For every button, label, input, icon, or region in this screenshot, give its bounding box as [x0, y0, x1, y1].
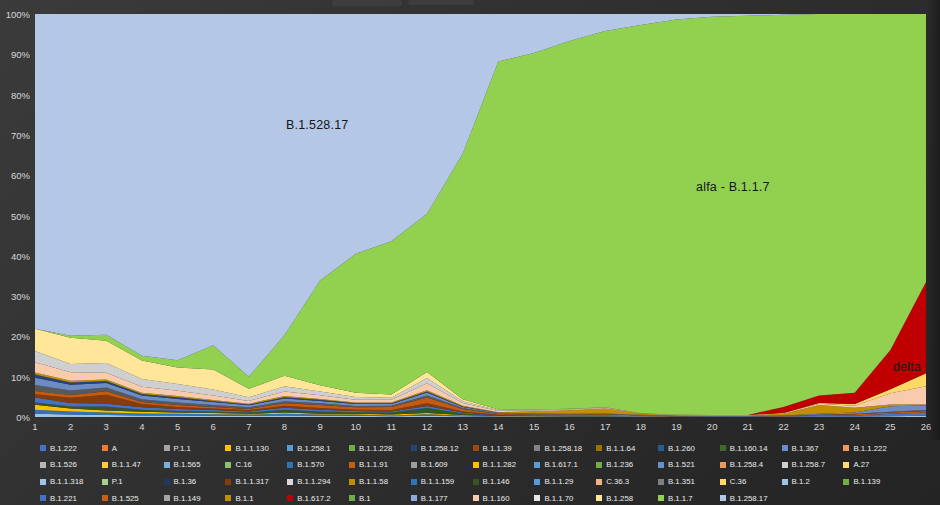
legend-item-B.1.617.2[interactable]: B.1.617.2: [287, 492, 330, 504]
legend-item-B.1.1.7[interactable]: B.1.1.7: [658, 492, 693, 504]
legend-item-B.1.521[interactable]: B.1.521: [658, 459, 695, 471]
legend-item-B.1.222[interactable]: B.1.222: [40, 442, 77, 454]
legend-item-B.1.1.222[interactable]: B.1.1.222: [843, 442, 886, 454]
legend-item-B.1.1.159[interactable]: B.1.1.159: [411, 476, 454, 488]
y-tick-label: 40%: [0, 250, 30, 261]
chart-legend: B.1.222AP.1.1B.1.1.130B.1.258.1B.1.1.228…: [0, 438, 940, 505]
legend-item-B.1.258.7[interactable]: B.1.258.7: [782, 459, 825, 471]
annotation-alfa[interactable]: alfa - B.1.1.7: [696, 180, 770, 194]
legend-label: B.1.258.4: [730, 460, 763, 469]
legend-item-B.1.1.64[interactable]: B.1.1.64: [596, 442, 635, 454]
legend-swatch-icon: [225, 479, 231, 485]
legend-item-B.1.1.39[interactable]: B.1.1.39: [473, 442, 512, 454]
y-tick-label: 80%: [0, 89, 30, 100]
legend-label: B.1.351: [668, 477, 695, 486]
legend-swatch-icon: [287, 479, 293, 485]
legend-item-B.1.570[interactable]: B.1.570: [287, 459, 324, 471]
legend-item-P.1[interactable]: P.1: [102, 476, 123, 488]
legend-item-B.1.160.14[interactable]: B.1.160.14: [720, 442, 768, 454]
legend-item-B.1.36[interactable]: B.1.36: [164, 476, 197, 488]
legend-swatch-icon: [102, 479, 108, 485]
legend-item-B.1.177[interactable]: B.1.177: [411, 492, 448, 504]
legend-label: B.1: [359, 494, 371, 503]
legend-item-B.1.1.91[interactable]: B.1.1.91: [349, 459, 388, 471]
legend-item-B.1.258.1[interactable]: B.1.258.1: [287, 442, 330, 454]
legend-item-B.1[interactable]: B.1: [349, 492, 371, 504]
legend-item-B.1.260[interactable]: B.1.260: [658, 442, 695, 454]
legend-item-B.1.351[interactable]: B.1.351: [658, 476, 695, 488]
legend-item-B.1.1.58[interactable]: B.1.1.58: [349, 476, 388, 488]
legend-item-B.1.149[interactable]: B.1.149: [164, 492, 201, 504]
legend-item-B.1.221[interactable]: B.1.221: [40, 492, 77, 504]
legend-swatch-icon: [473, 462, 479, 468]
legend-label: B.1.258.12: [421, 444, 459, 453]
legend-item-B.1.1.29[interactable]: B.1.1.29: [534, 476, 573, 488]
legend-item-B.1.258.12[interactable]: B.1.258.12: [411, 442, 459, 454]
x-tick-label: 19: [665, 421, 689, 432]
legend-label: B.1.1.70: [544, 494, 573, 503]
legend-item-B.1.526[interactable]: B.1.526: [40, 459, 77, 471]
x-tick-label: 18: [629, 421, 653, 432]
legend-item-B.1.525[interactable]: B.1.525: [102, 492, 139, 504]
x-tick-label: 2: [59, 421, 83, 432]
legend-item-B.1.139[interactable]: B.1.139: [843, 476, 880, 488]
legend-item-B.1.1.318[interactable]: B.1.1.318: [40, 476, 83, 488]
legend-item-B.1.1[interactable]: B.1.1: [225, 492, 253, 504]
legend-label: B.1.525: [112, 494, 139, 503]
y-tick-label: 10%: [0, 371, 30, 382]
legend-item-B.1.258.18[interactable]: B.1.258.18: [534, 442, 582, 454]
legend-swatch-icon: [164, 479, 170, 485]
legend-item-B.1.609[interactable]: B.1.609: [411, 459, 448, 471]
legend-label: B.1.160: [483, 494, 510, 503]
annotation-delta[interactable]: delta: [893, 360, 921, 374]
legend-item-B.1.1.47[interactable]: B.1.1.47: [102, 459, 141, 471]
legend-label: B.1.521: [668, 460, 695, 469]
legend-item-B.1.1.130[interactable]: B.1.1.130: [225, 442, 268, 454]
legend-item-B.1.160[interactable]: B.1.160: [473, 492, 510, 504]
x-tick-label: 14: [486, 421, 510, 432]
legend-item-B.1.146[interactable]: B.1.146: [473, 476, 510, 488]
legend-label: B.1.1.58: [359, 477, 388, 486]
legend-item-B.1.1.228[interactable]: B.1.1.228: [349, 442, 392, 454]
x-tick-label: 16: [558, 421, 582, 432]
legend-label: B.1.258.18: [544, 444, 582, 453]
x-tick-label: 4: [130, 421, 154, 432]
x-tick-label: 15: [522, 421, 546, 432]
legend-item-B.1.367[interactable]: B.1.367: [782, 442, 819, 454]
legend-item-B.1.565[interactable]: B.1.565: [164, 459, 201, 471]
legend-label: B.1.36: [174, 477, 197, 486]
legend-item-A.27[interactable]: A.27: [843, 459, 869, 471]
x-tick-label: 5: [166, 421, 190, 432]
legend-item-B.1.1.317[interactable]: B.1.1.317: [225, 476, 268, 488]
annotation-b1258817[interactable]: B.1.528.17: [286, 118, 348, 132]
y-tick-label: 100%: [0, 9, 30, 20]
legend-swatch-icon: [40, 479, 46, 485]
legend-swatch-icon: [473, 445, 479, 451]
legend-item-B.1.258.4[interactable]: B.1.258.4: [720, 459, 763, 471]
legend-label: B.1.1.39: [483, 444, 512, 453]
legend-item-C.36.3[interactable]: C.36.3: [596, 476, 629, 488]
legend-swatch-icon: [349, 495, 355, 501]
legend-swatch-icon: [843, 479, 849, 485]
legend-label: B.1.258.1: [297, 444, 330, 453]
legend-item-A[interactable]: A: [102, 442, 117, 454]
legend-item-B.1.236[interactable]: B.1.236: [596, 459, 633, 471]
legend-item-B.1.617.1[interactable]: B.1.617.1: [534, 459, 577, 471]
legend-item-B.1.258[interactable]: B.1.258: [596, 492, 633, 504]
legend-item-B.1.1.70[interactable]: B.1.1.70: [534, 492, 573, 504]
x-tick-label: 8: [272, 421, 296, 432]
legend-item-B.1.258.17[interactable]: B.1.258.17: [720, 492, 768, 504]
legend-item-C.16[interactable]: C.16: [225, 459, 251, 471]
legend-swatch-icon: [782, 445, 788, 451]
legend-item-C.36[interactable]: C.36: [720, 476, 746, 488]
legend-swatch-icon: [411, 479, 417, 485]
x-tick-label: 22: [771, 421, 795, 432]
legend-item-B.1.1.294[interactable]: B.1.1.294: [287, 476, 330, 488]
legend-item-P.1.1[interactable]: P.1.1: [164, 442, 191, 454]
legend-label: B.1.177: [421, 494, 448, 503]
legend-item-B.1.1.282[interactable]: B.1.1.282: [473, 459, 516, 471]
legend-label: B.1.1.159: [421, 477, 454, 486]
x-tick-label: 13: [451, 421, 475, 432]
legend-swatch-icon: [349, 462, 355, 468]
legend-item-B.1.2[interactable]: B.1.2: [782, 476, 810, 488]
